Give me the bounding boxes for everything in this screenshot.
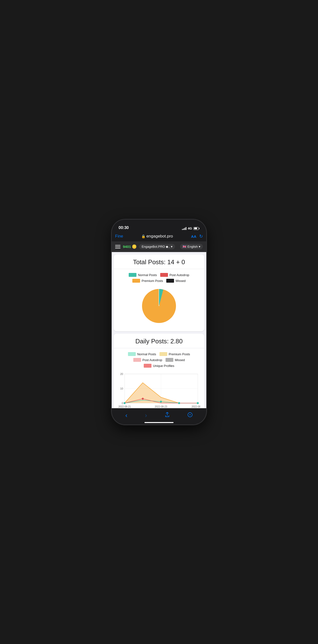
account-name: EngageBot.PRO ◆..: [142, 245, 170, 248]
browser-actions: AA ↻: [191, 234, 203, 239]
legend-label-normal: Normal Posts: [138, 273, 157, 277]
legend-item-premium: Premium Posts: [132, 279, 163, 283]
coins-display: 9401 🪙: [123, 244, 137, 249]
daily-posts-title: Daily Posts: 2.80: [114, 334, 204, 348]
legend-item-normal: Normal Posts: [129, 273, 157, 277]
legend-color-premium-daily: [159, 352, 167, 356]
svg-text:2022-08-21: 2022-08-21: [118, 405, 131, 408]
legend-label-premium: Premium Posts: [142, 279, 163, 283]
legend-color-autodrop-daily: [133, 358, 141, 362]
browser-url-bar[interactable]: 🔒 engagebot.pro: [125, 234, 189, 239]
daily-posts-body: Normal Posts Premium Posts Post Autodrop…: [114, 348, 204, 408]
legend-color-autodrop: [160, 273, 168, 277]
legend-label-autodrop: Post Autodrop: [169, 273, 189, 277]
browser-refresh-button[interactable]: ↻: [199, 234, 203, 239]
svg-point-14: [189, 414, 190, 415]
legend-item-unique: Unique Profiles: [144, 364, 174, 368]
content-area: Total Posts: 14 + 0 Normal Posts Post Au…: [112, 252, 206, 408]
svg-text:20: 20: [120, 372, 123, 376]
language-dropdown-icon: ▾: [199, 245, 200, 248]
normal-dot-4: [197, 402, 199, 404]
browser-url-text: engagebot.pro: [147, 234, 173, 239]
language-selector[interactable]: 🇬🇧 English ▾: [180, 244, 203, 250]
legend-color-normal-daily: [128, 352, 136, 356]
line-chart-container: 20 10 0: [117, 372, 201, 408]
browser-navigate-back-button[interactable]: ‹: [122, 410, 130, 420]
account-dropdown-icon: ▾: [171, 245, 172, 248]
legend-label-normal-daily: Normal Posts: [137, 352, 156, 356]
browser-compass-button[interactable]: [184, 411, 196, 420]
status-icons: 4G: [182, 226, 199, 230]
legend-label-premium-daily: Premium Posts: [169, 352, 190, 356]
app-navbar: 9401 🪙 EngageBot.PRO ◆.. ▾ 🇬🇧 English ▾: [112, 242, 206, 252]
total-posts-legend: Normal Posts Post Autodrop Premium Posts…: [117, 273, 201, 283]
normal-dot-3: [178, 402, 180, 404]
total-posts-card: Total Posts: 14 + 0 Normal Posts Post Au…: [114, 254, 204, 331]
browser-bar: Fine 🔒 engagebot.pro AA ↻: [112, 232, 206, 242]
legend-item-autodrop-daily: Post Autodrop: [133, 358, 162, 362]
daily-posts-legend: Normal Posts Premium Posts Post Autodrop…: [117, 352, 201, 368]
legend-label-unique: Unique Profiles: [153, 364, 174, 368]
svg-text:0: 0: [122, 402, 123, 404]
legend-item-autodrop: Post Autodrop: [160, 273, 189, 277]
autodrop-dot-1: [142, 398, 144, 400]
legend-item-premium-daily: Premium Posts: [159, 352, 190, 356]
total-posts-title: Total Posts: 14 + 0: [114, 254, 204, 269]
account-selector[interactable]: EngageBot.PRO ◆.. ▾: [139, 244, 175, 250]
pie-chart: [140, 286, 178, 326]
legend-color-normal: [129, 273, 137, 277]
premium-fill: [125, 383, 198, 403]
browser-share-button[interactable]: [162, 411, 173, 420]
normal-dot-0: [124, 402, 126, 404]
legend-label-autodrop-daily: Post Autodrop: [143, 358, 162, 362]
legend-label-missed: Missed: [175, 279, 185, 283]
legend-item-missed-daily: Missed: [165, 358, 185, 362]
svg-text:2022-08-25: 2022-08-25: [191, 405, 200, 408]
coins-value: 9401: [123, 244, 131, 249]
legend-color-missed-daily: [165, 358, 173, 362]
browser-navigate-forward-button[interactable]: ›: [142, 410, 150, 420]
battery-icon: [193, 227, 199, 230]
network-type: 4G: [188, 226, 192, 230]
line-chart: 20 10 0: [118, 372, 200, 408]
hamburger-menu-button[interactable]: [115, 245, 121, 248]
browser-back-button[interactable]: Fine: [115, 234, 123, 239]
home-indicator: [145, 422, 173, 423]
legend-color-premium: [132, 279, 140, 283]
svg-text:2022-08-23: 2022-08-23: [155, 405, 167, 408]
signal-bars-icon: [182, 227, 186, 230]
legend-item-normal-daily: Normal Posts: [128, 352, 156, 356]
phone-frame: 00:30 4G Fine 🔒 engagebot.pro AA: [112, 220, 206, 424]
legend-label-missed-daily: Missed: [175, 358, 185, 362]
browser-aa-button[interactable]: AA: [191, 234, 196, 238]
pie-chart-container: [117, 286, 201, 326]
notch: [141, 220, 177, 228]
coin-icon: 🪙: [132, 244, 137, 249]
legend-color-unique: [144, 364, 152, 368]
language-label: English: [187, 245, 198, 248]
svg-text:10: 10: [120, 387, 123, 390]
daily-posts-card: Daily Posts: 2.80 Normal Posts Premium P…: [114, 334, 204, 408]
total-posts-body: Normal Posts Post Autodrop Premium Posts…: [114, 269, 204, 331]
normal-dot-2: [160, 401, 162, 402]
language-flag: 🇬🇧: [182, 245, 186, 248]
legend-item-missed: Missed: [166, 279, 185, 283]
status-time: 00:30: [119, 225, 129, 230]
legend-color-missed: [166, 279, 174, 283]
